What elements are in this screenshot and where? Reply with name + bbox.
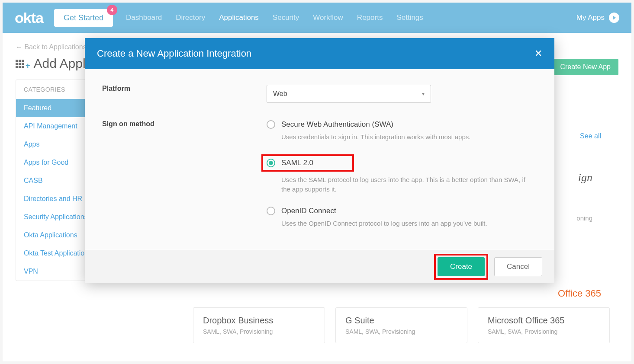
radio-desc: Uses credentials to sign in. This integr… [281, 132, 528, 142]
create-app-modal: Create a New Application Integration ✕ P… [85, 38, 554, 283]
signon-option-oidc[interactable]: OpenID Connect Uses the OpenID Connect p… [267, 207, 537, 229]
radio-desc: Uses the SAML protocol to log users into… [281, 175, 528, 195]
highlight-annotation: Create [434, 254, 488, 280]
radio-label: Secure Web Authentication (SWA) [281, 120, 393, 129]
cancel-button[interactable]: Cancel [494, 257, 542, 276]
close-icon[interactable]: ✕ [534, 48, 542, 59]
radio-label: OpenID Connect [281, 207, 336, 215]
radio-icon[interactable] [267, 207, 275, 215]
modal-body: Platform Web Sign on method Secure Web A… [85, 69, 554, 250]
radio-icon[interactable] [267, 159, 275, 167]
signon-option-swa[interactable]: Secure Web Authentication (SWA) Uses cre… [267, 120, 537, 142]
modal-header: Create a New Application Integration ✕ [85, 38, 554, 69]
platform-select[interactable]: Web [267, 85, 431, 103]
modal-footer: Create Cancel [85, 250, 554, 283]
radio-desc: Uses the OpenID Connect protocol to log … [281, 219, 528, 229]
signon-option-saml[interactable]: SAML 2.0 Uses the SAML protocol to log u… [267, 154, 537, 195]
modal-title: Create a New Application Integration [97, 48, 251, 59]
platform-value: Web [273, 90, 287, 98]
create-button[interactable]: Create [438, 257, 485, 276]
radio-label: SAML 2.0 [281, 159, 313, 167]
modal-backdrop: Create a New Application Integration ✕ P… [3, 3, 631, 361]
radio-icon[interactable] [267, 120, 275, 129]
platform-label: Platform [102, 85, 267, 103]
signon-label: Sign on method [102, 120, 267, 228]
highlight-annotation: SAML 2.0 [261, 154, 354, 172]
